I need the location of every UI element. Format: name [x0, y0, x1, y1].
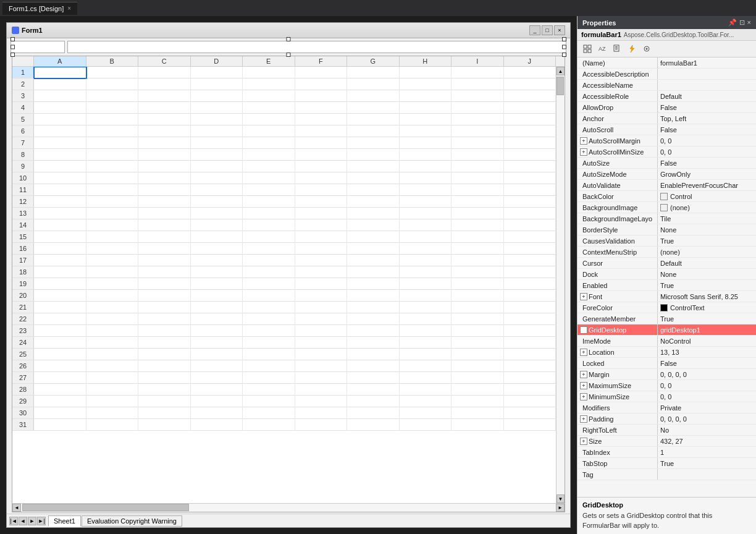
grid-cell[interactable] — [191, 78, 243, 90]
grid-cell[interactable] — [295, 172, 348, 184]
grid-cell[interactable] — [34, 149, 86, 161]
grid-cell[interactable] — [86, 149, 139, 161]
grid-cell[interactable] — [86, 172, 139, 184]
property-row[interactable]: ImeModeNoControl — [578, 336, 756, 347]
grid-cell[interactable] — [86, 78, 139, 90]
property-row[interactable]: AutoSizeFalse — [578, 158, 756, 169]
vscroll-thumb[interactable] — [556, 77, 564, 95]
grid-cell[interactable] — [347, 360, 400, 372]
grid-cell[interactable] — [504, 114, 556, 125]
grid-cell[interactable] — [191, 372, 243, 384]
grid-cell[interactable] — [86, 208, 139, 219]
row-number[interactable]: 17 — [12, 255, 34, 266]
grid-cell[interactable] — [504, 337, 556, 349]
grid-cell[interactable] — [452, 360, 504, 372]
grid-cell[interactable] — [295, 384, 348, 396]
row-number[interactable]: 4 — [12, 102, 34, 113]
property-row[interactable]: AutoSizeModeGrowOnly — [578, 169, 756, 180]
grid-cell[interactable] — [347, 208, 400, 219]
form-maximize-btn[interactable]: □ — [542, 25, 553, 35]
grid-cell[interactable] — [191, 302, 243, 313]
grid-cell[interactable] — [138, 196, 191, 208]
sheet-nav-next[interactable]: ► — [28, 517, 36, 525]
grid-cell[interactable] — [452, 67, 504, 78]
row-number[interactable]: 6 — [12, 125, 34, 137]
grid-cell[interactable] — [86, 137, 139, 149]
grid-cell[interactable] — [504, 396, 556, 407]
grid-cell[interactable] — [86, 372, 139, 384]
grid-cell[interactable] — [452, 278, 504, 290]
props-close-btn[interactable]: × — [747, 19, 751, 27]
grid-cell[interactable] — [504, 208, 556, 219]
grid-cell[interactable] — [452, 125, 504, 137]
grid-cell[interactable] — [295, 125, 348, 137]
grid-cell[interactable] — [295, 349, 348, 360]
grid-cell[interactable] — [295, 231, 348, 243]
property-row[interactable]: RightToLeftNo — [578, 425, 756, 436]
row-number[interactable]: 13 — [12, 208, 34, 219]
tab-form1-design[interactable]: Form1.cs [Design] × — [2, 2, 77, 15]
property-row[interactable]: AutoScrollFalse — [578, 124, 756, 135]
expand-icon[interactable]: + — [580, 349, 587, 356]
grid-cell[interactable] — [138, 384, 191, 396]
grid-cell[interactable] — [34, 243, 86, 255]
grid-cell[interactable] — [34, 255, 86, 266]
grid-cell[interactable] — [504, 313, 556, 325]
expand-icon[interactable]: + — [580, 415, 587, 423]
hscroll-right-btn[interactable]: ► — [556, 504, 565, 512]
grid-cell[interactable] — [243, 125, 295, 137]
grid-cell[interactable] — [191, 231, 243, 243]
grid-cell[interactable] — [347, 114, 400, 125]
grid-cell[interactable] — [504, 196, 556, 208]
row-number[interactable]: 10 — [12, 172, 34, 184]
grid-cell[interactable] — [400, 325, 452, 337]
grid-cell[interactable] — [347, 231, 400, 243]
grid-cell[interactable] — [504, 67, 556, 78]
grid-cell[interactable] — [243, 266, 295, 278]
grid-cell[interactable] — [504, 302, 556, 313]
grid-cell[interactable] — [138, 243, 191, 255]
grid-cell[interactable] — [295, 396, 348, 407]
grid-cell[interactable] — [400, 278, 452, 290]
grid-cell[interactable] — [504, 290, 556, 302]
grid-cell[interactable] — [243, 278, 295, 290]
grid-cell[interactable] — [347, 325, 400, 337]
grid-cell[interactable] — [243, 325, 295, 337]
grid-cell[interactable] — [504, 243, 556, 255]
grid-cell[interactable] — [138, 302, 191, 313]
row-number[interactable]: 30 — [12, 407, 34, 418]
property-row[interactable]: GenerateMemberTrue — [578, 313, 756, 324]
grid-cell[interactable] — [138, 419, 191, 431]
grid-cell[interactable] — [295, 114, 348, 125]
property-row[interactable]: +GridDesktopgridDesktop1 — [578, 324, 756, 336]
property-row[interactable]: LockedFalse — [578, 358, 756, 369]
grid-cell[interactable] — [400, 255, 452, 266]
grid-cell[interactable] — [452, 102, 504, 114]
grid-cell[interactable] — [400, 313, 452, 325]
expand-icon[interactable]: + — [580, 382, 587, 389]
grid-cell[interactable] — [400, 114, 452, 125]
property-row[interactable]: AutoValidateEnablePreventFocusChar — [578, 180, 756, 191]
grid-cell[interactable] — [34, 372, 86, 384]
expand-icon[interactable]: + — [580, 438, 587, 445]
grid-cell[interactable] — [452, 219, 504, 231]
col-header-D[interactable]: D — [191, 56, 243, 66]
vscroll-down-btn[interactable]: ▼ — [556, 494, 565, 503]
row-number[interactable]: 3 — [12, 90, 34, 101]
grid-cell[interactable] — [243, 372, 295, 384]
row-number[interactable]: 20 — [12, 290, 34, 301]
vscroll-track[interactable] — [556, 75, 565, 494]
grid-cell[interactable] — [504, 102, 556, 114]
grid-cell[interactable] — [34, 313, 86, 325]
property-row[interactable]: ForeColorControlText — [578, 302, 756, 313]
grid-cell[interactable] — [400, 302, 452, 313]
grid-cell[interactable] — [400, 231, 452, 243]
grid-cell[interactable] — [138, 161, 191, 172]
row-number[interactable]: 29 — [12, 396, 34, 407]
grid-cell[interactable] — [86, 90, 139, 102]
property-row[interactable]: +Padding0, 0, 0, 0 — [578, 413, 756, 425]
grid-cell[interactable] — [504, 372, 556, 384]
grid-cell[interactable] — [452, 172, 504, 184]
col-header-G[interactable]: G — [347, 56, 400, 66]
property-row[interactable]: +AutoScrollMinSize0, 0 — [578, 146, 756, 158]
